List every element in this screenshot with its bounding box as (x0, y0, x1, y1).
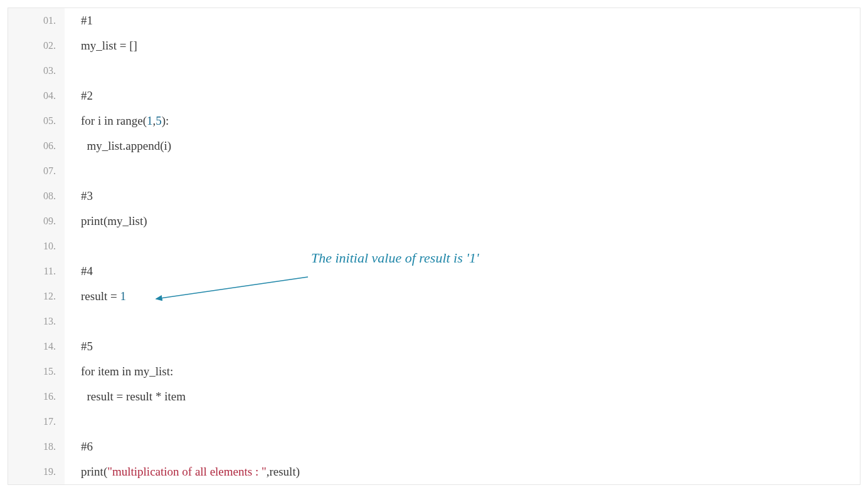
line-number: 17. (8, 409, 65, 434)
line-number: 09. (8, 209, 65, 234)
code-content: result = 1 (65, 289, 860, 303)
line-number: 02. (8, 33, 65, 58)
code-content: #2 (65, 89, 860, 103)
code-token: "multiplication of all elements : " (107, 465, 267, 478)
code-token: for item in my_list: (81, 365, 173, 378)
line-number: 19. (8, 459, 65, 484)
code-line: 13. (8, 309, 860, 334)
code-content: for item in my_list: (65, 365, 860, 378)
line-number: 15. (8, 359, 65, 384)
code-line: 06. my_list.append(i) (8, 133, 860, 159)
code-content: result = result * item (65, 390, 860, 404)
code-token: my_list.append(i) (81, 139, 171, 152)
code-line: 19.print("multiplication of all elements… (8, 459, 860, 484)
code-content: #5 (65, 340, 860, 353)
code-token: #6 (81, 440, 93, 453)
code-token: #1 (81, 14, 93, 27)
code-line: 17. (8, 409, 860, 434)
code-token: #5 (81, 340, 93, 353)
code-token: print( (81, 465, 107, 478)
line-number: 04. (8, 83, 65, 108)
line-number: 10. (8, 234, 65, 259)
code-content: my_list.append(i) (65, 139, 860, 153)
line-number: 16. (8, 384, 65, 409)
code-line: 05.for i in range(1,5): (8, 108, 860, 133)
code-token: result = (81, 289, 120, 303)
code-content: print(my_list) (65, 214, 860, 228)
code-content: my_list = [] (65, 39, 860, 53)
code-content: print("multiplication of all elements : … (65, 465, 860, 479)
code-token: for i in range( (81, 114, 147, 127)
line-number: 13. (8, 309, 65, 334)
code-line: 10. (8, 234, 860, 259)
code-token: my_list = [] (81, 39, 137, 52)
code-token: #3 (81, 189, 93, 202)
code-line: 11.#4 (8, 259, 860, 284)
line-number: 03. (8, 58, 65, 83)
line-number: 01. (8, 8, 65, 33)
code-line: 02.my_list = [] (8, 33, 860, 58)
code-line: 18.#6 (8, 434, 860, 459)
code-line: 01.#1 (8, 8, 860, 33)
code-line: 16. result = result * item (8, 384, 860, 409)
code-content: #3 (65, 189, 860, 203)
line-number: 08. (8, 184, 65, 209)
line-number: 11. (8, 259, 65, 284)
code-line: 09.print(my_list) (8, 209, 860, 234)
code-token: 5 (156, 114, 162, 127)
line-number: 14. (8, 334, 65, 359)
line-number: 06. (8, 133, 65, 159)
line-number: 05. (8, 108, 65, 133)
code-token: result = result * item (81, 390, 186, 403)
code-line: 15.for item in my_list: (8, 359, 860, 384)
code-token: print(my_list) (81, 214, 147, 227)
code-token: 1 (120, 289, 126, 303)
line-number: 12. (8, 284, 65, 309)
code-token: #4 (81, 264, 93, 278)
code-content: #6 (65, 440, 860, 454)
code-token: #2 (81, 89, 93, 102)
code-content: for i in range(1,5): (65, 114, 860, 128)
code-line: 04.#2 (8, 83, 860, 108)
code-content: #1 (65, 14, 860, 28)
code-content: #4 (65, 264, 860, 278)
code-line: 12.result = 1 (8, 284, 860, 309)
code-line: 07. (8, 159, 860, 184)
code-token: ): (162, 114, 169, 127)
code-line: 08.#3 (8, 184, 860, 209)
code-line: 03. (8, 58, 860, 83)
code-block: The initial value of result is '1' 01.#1… (8, 8, 860, 485)
line-number: 07. (8, 159, 65, 184)
code-line: 14.#5 (8, 334, 860, 359)
code-token: ,result) (267, 465, 300, 478)
line-number: 18. (8, 434, 65, 459)
